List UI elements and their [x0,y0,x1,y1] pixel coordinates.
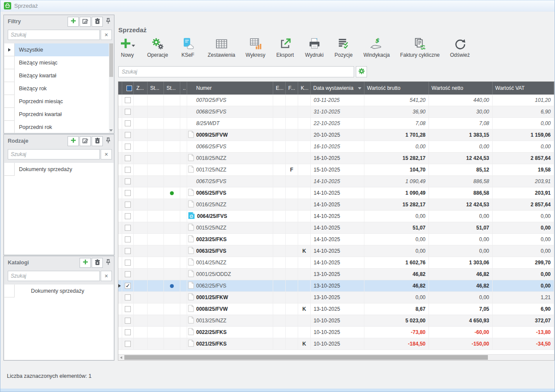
list-item[interactable]: Bieżący kwartał [4,69,114,82]
table-row[interactable]: 0009/25/FVW20-10-20251 701,281 383,151 1… [118,129,554,141]
row-checkbox[interactable] [125,109,131,115]
grid-settings-button[interactable] [356,66,367,77]
row-checkbox[interactable] [125,202,131,208]
table-row[interactable]: 0064/25/FVS14-10-20250,000,000,00 [118,211,554,222]
list-item[interactable]: Bieżący rok [4,82,114,95]
table-row[interactable]: 0070/25/FVS03-11-2025541,20440,00101,20 [118,95,554,106]
row-checkbox[interactable]: ✓ [125,283,131,289]
table-row[interactable]: 0014/25/NZZ14-10-20251 602,761 303,06299… [118,257,554,269]
row-checkbox[interactable] [125,260,131,266]
toolbar-button-windykacja[interactable]: $Windykacja [364,37,390,58]
row-checkbox[interactable] [125,248,131,254]
row-checkbox[interactable] [125,341,131,347]
search-clear-button[interactable]: × [101,149,112,159]
toolbar-button-pozycje[interactable]: Pozycje [334,37,353,58]
panel-pin-button[interactable] [104,258,112,268]
row-checkbox[interactable] [125,155,131,161]
column-header--[interactable]: .. [180,82,187,95]
row-checkbox[interactable] [125,167,131,173]
table-row[interactable]: 0065/25/FVS14-10-20251 090,49886,58203,9… [118,187,554,199]
panel-add-button[interactable] [68,136,79,146]
table-row[interactable]: 0023/25/FKS14-10-20250,000,000,00 [118,234,554,245]
panel-delete-button[interactable] [92,258,103,268]
table-row[interactable]: 0068/25/FVS31-10-202536,9030,006,90 [118,106,554,118]
row-checkbox[interactable] [125,225,131,231]
list-item[interactable]: Bieżący miesiąc [4,56,114,69]
toolbar-button-ksef[interactable]: KSeF [179,37,197,58]
row-checkbox[interactable] [125,178,131,184]
row-checkbox[interactable] [125,271,131,277]
panel-search-input[interactable] [8,30,100,40]
list-item[interactable]: Poprzedni kwartał [4,108,114,121]
toolbar-button-eksport[interactable]: Eksport [276,37,295,58]
search-clear-button[interactable]: × [101,30,112,40]
column-header-e-[interactable]: E... [273,82,286,95]
column-header-st-[interactable]: St... [148,82,164,95]
table-row[interactable]: 0001/25/FKW13-10-20250,000,001,21 [118,292,554,303]
scroll-down-icon[interactable] [109,129,113,132]
table-row[interactable]: 0016/25/NZZ14-10-202515 282,1712 424,532… [118,199,554,211]
panel-search-input[interactable] [8,149,100,159]
column-header-data-wystawienia[interactable]: Data wystawienia [311,82,364,95]
column-header-wartosc-vat[interactable]: Wartość VAT [493,82,554,95]
scroll-left-icon[interactable] [120,356,122,359]
scrollbar-thumb[interactable] [124,355,488,360]
row-checkbox[interactable] [125,294,131,300]
table-row[interactable]: 0066/25/FVS16-10-20250,000,000,00 [118,141,554,153]
panel-delete-button[interactable] [92,136,103,146]
list-item[interactable]: Dokumenty sprzedaży [4,285,114,297]
toolbar-button-zestawienia[interactable]: Zestawienia [208,37,235,58]
toolbar-button-wykresy[interactable]: Wykresy [246,37,265,58]
grid-search-input[interactable] [118,66,354,77]
panel-search-input[interactable] [8,271,100,281]
row-checkbox[interactable] [125,97,131,103]
row-checkbox[interactable] [125,236,131,242]
panel-add-button[interactable] [80,258,91,268]
toolbar-button-odswiez[interactable]: Odśwież [450,37,470,58]
table-row[interactable]: 0021/25/FKSK10-10-2025-184,50-150,00-34,… [118,338,554,350]
scrollbar-thumb[interactable] [109,43,113,77]
table-row[interactable]: 0063/25/FVSK14-10-20250,000,000,00 [118,245,554,257]
list-item[interactable]: Wszystkie [4,43,114,56]
column-header-numer[interactable]: Numer [187,82,273,95]
table-row[interactable]: 0017/25/NZZF15-10-2025104,7085,1219,58 [118,164,554,176]
search-clear-button[interactable]: × [101,271,112,281]
toolbar-button-wydruki[interactable]: Wydruki [305,37,324,58]
horizontal-scrollbar[interactable] [118,354,554,360]
panel-edit-button[interactable] [80,136,91,146]
column-header-k-[interactable]: K... [298,82,311,95]
list-item[interactable]: Poprzedni miesiąc [4,95,114,108]
panel-add-button[interactable] [68,17,79,27]
row-checkbox[interactable] [125,144,131,150]
list-item[interactable]: Poprzedni rok [4,121,114,133]
panel-pin-button[interactable] [104,136,112,146]
table-row[interactable]: ✓0062/25/FVS13-10-202546,8246,820,00 [118,280,554,292]
vertical-scrollbar[interactable] [109,43,114,133]
column-header-st-[interactable]: St... [164,82,180,95]
toolbar-button-faktury-cykliczne[interactable]: Faktury cykliczne [400,37,440,58]
toolbar-button-operacje[interactable]: Operacje [147,37,168,58]
row-checkbox[interactable] [125,190,131,196]
row-checkbox[interactable] [125,132,131,138]
panel-edit-button[interactable] [80,17,91,27]
column-header-wartosc-brutto[interactable]: Wartość brutto [364,82,429,95]
column-header-wartosc-netto[interactable]: Wartość netto [429,82,493,95]
column-header-z-[interactable]: Z... [134,82,148,95]
row-checkbox[interactable] [125,306,131,312]
column-header-f-[interactable]: F... [286,82,298,95]
table-row[interactable]: 0001/25/ODDZ13-10-202546,8246,820,00 [118,269,554,280]
row-checkbox[interactable] [125,318,131,324]
table-row[interactable]: 8/25/WDT22-10-20257,087,080,00 [118,118,554,129]
panel-pin-button[interactable] [104,17,112,27]
select-all-checkbox[interactable] [126,86,132,91]
toolbar-button-nowy[interactable]: Nowy [118,37,137,58]
list-item[interactable]: Dokumenty sprzedaży [4,163,114,176]
table-row[interactable]: 0008/25/FVWK13-10-20258,677,056,90 [118,303,554,315]
panel-delete-button[interactable] [92,17,103,27]
row-checkbox[interactable] [125,329,131,335]
row-checkbox[interactable] [125,120,131,126]
table-row[interactable]: 0067/25/FVS14-10-20251 090,49886,58203,9… [118,176,554,187]
table-row[interactable]: 0018/25/NZZ16-10-202515 282,1712 424,532… [118,153,554,164]
table-row[interactable]: 0015/25/NZZ14-10-202551,0751,070,00 [118,222,554,234]
table-row[interactable]: 0022/25/FKS10-10-2025-73,80-60,00-13,80 [118,327,554,338]
